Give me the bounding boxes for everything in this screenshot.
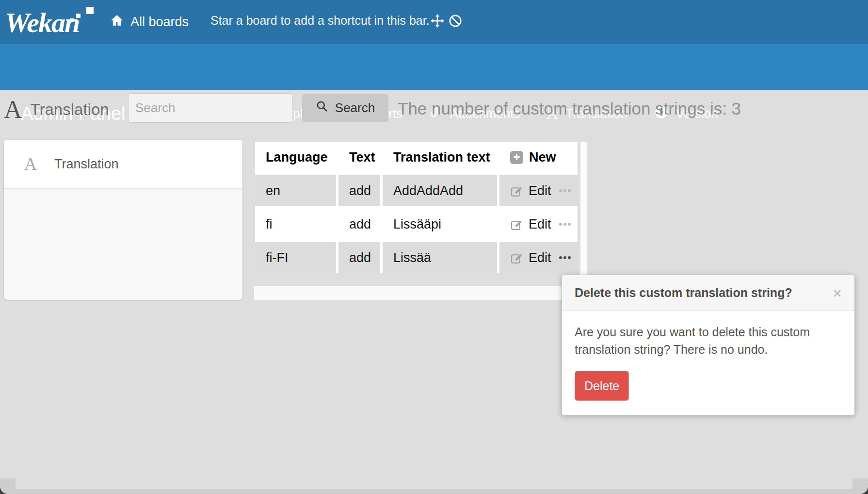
all-boards-link[interactable]: All boards [110,0,189,44]
edit-button[interactable]: Edit [510,217,551,232]
ellipsis-menu-icon[interactable] [559,189,571,192]
sidebar-item-label: Translation [54,157,119,172]
move-handle-icon[interactable] [431,0,444,41]
delete-button[interactable]: Delete [575,371,629,401]
language-cell: fi-FI [255,242,336,273]
window-corner [852,478,868,494]
letter-a-icon: A [4,97,22,122]
letter-a-icon: A [24,154,46,174]
dialog-body: Are you sure you want to delete this cus… [562,311,854,413]
new-button-label: New [529,150,556,165]
top-bar: Wekan All boards Star a board to add a s… [0,0,868,44]
dialog-title: Delete this custom translation string? [575,286,833,300]
text-cell: add [338,209,380,240]
translation-cell: AddAddAdd [383,175,497,206]
search-icon [316,100,328,116]
horizontal-scrollbar-track[interactable] [254,286,580,300]
page-title: A Translation [4,90,109,129]
new-translation-button[interactable]: + New [499,142,578,173]
page-title-label: Translation [31,100,109,119]
ban-icon[interactable] [449,0,462,41]
edit-pencil-icon [510,218,523,231]
text-cell: add [338,175,380,206]
logo-pixel-decoration [70,18,74,22]
logo-pixel-decoration [86,7,94,14]
text-cell: add [338,242,380,273]
edit-button-label: Edit [529,250,551,265]
wekan-logo-text: Wekan [5,9,79,37]
window-bottom-edge [0,489,868,494]
star-board-hint: Star a board to add a shortcut in this b… [210,0,430,41]
sidebar: A Translation [4,140,242,300]
admin-nav-bar: Admin Panel ⚙ Settings People [0,44,868,90]
ellipsis-menu-icon[interactable] [559,223,571,226]
dialog-message: Are you sure you want to delete this cus… [575,323,842,358]
translation-cell: Lissääpi [383,209,497,240]
language-cell: fi [255,209,336,240]
home-icon [110,13,124,31]
language-cell: en [255,175,336,206]
column-header-text: Text [338,142,380,173]
dialog-header: Delete this custom translation string? × [562,275,854,311]
actions-cell: Edit [499,242,578,273]
search-button[interactable]: Search [302,94,388,122]
translation-table: Language Text Translation text + New en … [255,142,578,273]
search-button-label: Search [335,100,375,115]
delete-confirm-dialog: Delete this custom translation string? ×… [562,275,855,415]
translation-count-text: The number of custom translation strings… [398,90,741,127]
all-boards-label: All boards [130,15,189,30]
plus-square-icon: + [510,151,523,164]
wekan-logo[interactable]: Wekan [5,4,79,42]
translation-cell: Lissää [383,242,497,273]
window-corner [0,478,16,494]
column-header-language: Language [255,142,336,173]
column-header-translation-text: Translation text [383,142,497,173]
close-icon[interactable]: × [833,285,842,301]
edit-pencil-icon [510,184,523,198]
sidebar-item-translation[interactable]: A Translation [4,140,242,188]
logo-pixel-decoration [76,14,80,18]
actions-cell: Edit [499,175,578,206]
search-input[interactable] [128,93,292,123]
edit-pencil-icon [510,251,523,264]
edit-button[interactable]: Edit [510,250,551,265]
actions-cell: Edit [499,209,578,240]
edit-button[interactable]: Edit [510,183,551,198]
edit-button-label: Edit [529,217,551,232]
edit-button-label: Edit [529,183,551,198]
ellipsis-menu-icon-active[interactable] [559,256,571,259]
